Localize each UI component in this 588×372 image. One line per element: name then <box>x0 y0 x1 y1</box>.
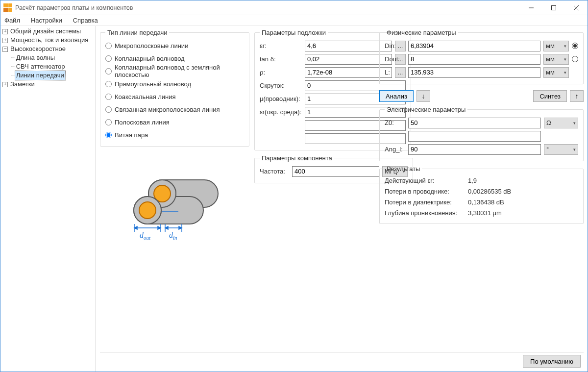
menu-settings[interactable]: Настройки <box>29 16 64 25</box>
tree-item-transmission-lines[interactable]: ┄ Линии передачи <box>0 71 96 80</box>
chevron-down-icon: ▾ <box>573 147 576 152</box>
row-l: L: мм▾ <box>385 66 578 79</box>
svg-marker-10 <box>158 226 161 229</box>
result-label: Глубина проникновения: <box>385 208 468 219</box>
select-dout-unit[interactable]: мм▾ <box>543 54 569 65</box>
label-din: Din: <box>385 42 405 50</box>
radio-fix-din[interactable] <box>572 43 578 49</box>
column-substrate: Параметры подложки εr: ... tan δ: ... ρ: <box>254 29 374 187</box>
label-ersurr: εr(окр. среда): <box>260 108 302 116</box>
menu-bar: Файл Настройки Справка <box>0 15 588 26</box>
label-l: L: <box>385 69 405 76</box>
group-electrical: Электрические параметры Z0: Ω▾ Ang_l: <box>379 106 584 161</box>
arrow-down-button[interactable]: ↓ <box>416 90 430 102</box>
menu-help[interactable]: Справка <box>71 16 100 25</box>
close-icon <box>574 5 579 10</box>
close-button[interactable] <box>565 0 588 15</box>
nav-tree[interactable]: + Общий дизайн системы + Мощность, ток и… <box>0 26 96 372</box>
input-angl[interactable] <box>408 144 541 155</box>
minimize-icon <box>529 5 534 10</box>
analyze-button[interactable]: Анализ <box>379 90 414 102</box>
tree-item-notes[interactable]: + Заметки <box>0 80 96 89</box>
radio-coupled-microstrip[interactable]: Связанная микрополосковая линия <box>105 103 244 116</box>
main-panel: Тип линии передачи Микрополосковые линии… <box>96 26 588 372</box>
svg-text:dout: dout <box>140 231 151 241</box>
app-icon <box>3 3 12 12</box>
group-line-type-legend: Тип линии передачи <box>105 29 169 36</box>
label-tand: tan δ: <box>260 55 302 63</box>
input-z0[interactable] <box>408 118 541 128</box>
group-results: Результаты Действующий εr: 1,9 Потери в … <box>379 165 584 224</box>
svg-marker-17 <box>179 226 182 229</box>
row-z0: Z0: Ω▾ <box>385 116 578 129</box>
label-dout: Dout: <box>385 55 405 63</box>
input-l[interactable] <box>408 67 540 78</box>
expand-icon[interactable]: + <box>2 29 8 34</box>
arrow-down-icon: ↓ <box>421 92 425 100</box>
radio-twisted-pair[interactable]: Витая пара <box>105 128 244 141</box>
radio-stripline[interactable]: Полосковая линия <box>105 116 244 128</box>
svg-point-7 <box>139 202 156 219</box>
result-label: Потери в проводнике: <box>385 186 468 197</box>
result-label: Потери в диэлектрике: <box>385 197 468 208</box>
select-l-unit[interactable]: мм▾ <box>543 67 569 78</box>
radio-rect-waveguide[interactable]: Прямоугольный волновод <box>105 77 244 90</box>
input-frequency[interactable] <box>292 166 379 177</box>
radio-coplanar[interactable]: Копланарный волновод <box>105 52 244 65</box>
tree-item-system-design[interactable]: + Общий дизайн системы <box>0 27 96 36</box>
minimize-button[interactable] <box>520 0 542 15</box>
collapse-icon[interactable]: − <box>2 47 8 52</box>
result-row: Потери в проводнике: 0,00286535 dB <box>385 186 578 197</box>
label-er: εr: <box>260 42 302 50</box>
workspace: + Общий дизайн системы + Мощность, ток и… <box>0 26 588 372</box>
group-line-type: Тип линии передачи Микрополосковые линии… <box>100 29 249 147</box>
window-controls <box>520 0 588 15</box>
group-physical: Физические параметры Din: мм▾ Dout: мм▾ <box>379 29 584 84</box>
group-physical-legend: Физические параметры <box>385 29 458 36</box>
arrow-up-button[interactable]: ↑ <box>570 90 584 102</box>
menu-file[interactable]: Файл <box>2 16 22 25</box>
radio-fix-dout[interactable] <box>572 56 578 62</box>
radio-coplanar-ground[interactable]: Копланарный волновод с земляной плоскост… <box>105 65 244 77</box>
expand-icon[interactable]: + <box>2 38 8 43</box>
svg-marker-9 <box>134 226 137 229</box>
input-el-blank[interactable] <box>408 131 541 142</box>
column-line-type: Тип линии передачи Микрополосковые линии… <box>100 29 249 248</box>
defaults-button[interactable]: По умолчанию <box>523 355 581 368</box>
svg-rect-0 <box>552 5 556 10</box>
label-twist: Скруток: <box>260 82 302 89</box>
tree-item-wavelength[interactable]: ┄ Длина волны <box>0 53 96 62</box>
row-angl: Ang_l: °▾ <box>385 143 578 156</box>
radio-coaxial[interactable]: Коаксиальная линия <box>105 90 244 103</box>
arrow-up-icon: ↑ <box>575 92 579 100</box>
label-angl: Ang_l: <box>385 146 405 153</box>
label-frequency: Частота: <box>260 168 289 175</box>
result-row: Действующий εr: 1,9 <box>385 175 578 186</box>
select-angl-unit[interactable]: °▾ <box>544 144 578 155</box>
group-electrical-legend: Электрические параметры <box>385 106 467 113</box>
select-din-unit[interactable]: мм▾ <box>543 41 569 51</box>
result-label: Действующий εr: <box>385 175 468 186</box>
chevron-down-icon: ▾ <box>564 44 566 49</box>
group-component-legend: Параметры компонента <box>260 154 334 162</box>
select-z0-unit[interactable]: Ω▾ <box>544 118 578 128</box>
chevron-down-icon: ▾ <box>564 70 566 75</box>
expand-icon[interactable]: + <box>2 82 8 87</box>
chevron-down-icon: ▾ <box>564 57 566 62</box>
result-value: 0,00286535 dB <box>468 186 578 197</box>
tree-item-highspeed[interactable]: − Высокоскоростное <box>0 45 96 53</box>
input-dout[interactable] <box>408 54 540 65</box>
svg-text:din: din <box>169 231 177 241</box>
row-din: Din: мм▾ <box>385 39 578 52</box>
label-rho: ρ: <box>260 69 302 76</box>
result-value: 1,9 <box>468 175 578 186</box>
radio-microstrip[interactable]: Микрополосковые линии <box>105 39 244 52</box>
tree-item-attenuator[interactable]: ┄ СВЧ аттенюатор <box>0 62 96 71</box>
synthesize-button[interactable]: Синтез <box>533 90 567 102</box>
input-din[interactable] <box>408 41 540 51</box>
maximize-button[interactable] <box>542 0 565 15</box>
result-value: 3,30031 μm <box>468 208 578 219</box>
tree-item-power[interactable]: + Мощность, ток и изоляция <box>0 36 96 45</box>
label-z0: Z0: <box>385 119 405 126</box>
action-row: Анализ ↓ Синтез ↑ <box>379 90 584 102</box>
